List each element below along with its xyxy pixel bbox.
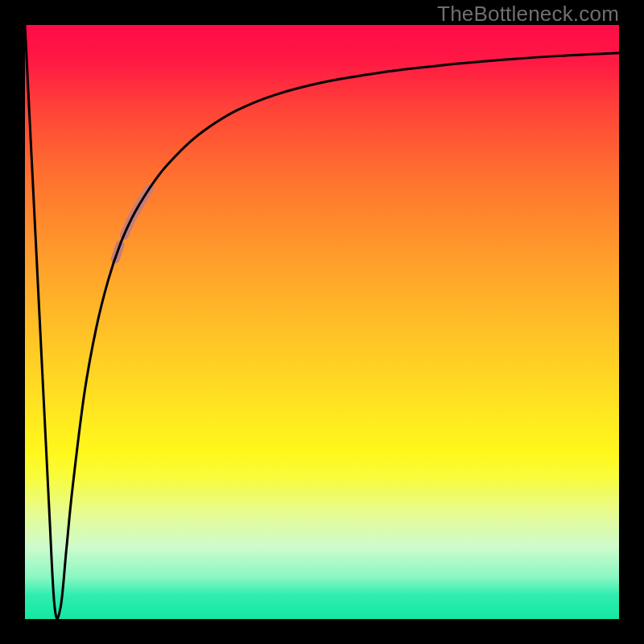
watermark-text: TheBottleneck.com bbox=[437, 2, 619, 27]
chart-plot-area bbox=[25, 25, 619, 619]
chart-stage: TheBottleneck.com bbox=[0, 0, 644, 644]
